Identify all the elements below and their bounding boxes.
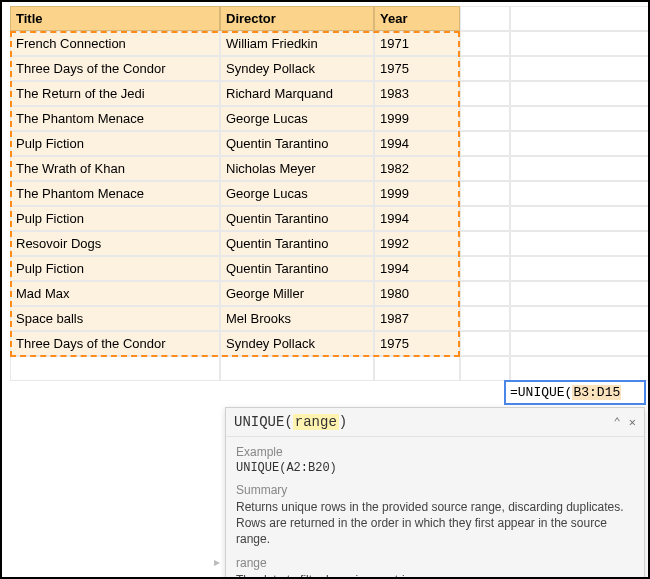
empty-cell[interactable]	[374, 356, 460, 381]
table-cell[interactable]: 1982	[374, 156, 460, 181]
empty-cell[interactable]	[460, 131, 510, 156]
cell-value: Three Days of the Condor	[16, 61, 166, 76]
table-cell[interactable]: The Return of the Jedi	[10, 81, 220, 106]
table-cell[interactable]: George Lucas	[220, 181, 374, 206]
empty-cell[interactable]	[510, 31, 650, 56]
col-header-director[interactable]: Director	[220, 6, 374, 31]
cell-value: George Lucas	[226, 186, 308, 201]
table-cell[interactable]: Quentin Tarantino	[220, 131, 374, 156]
empty-cell[interactable]	[460, 281, 510, 306]
empty-cell[interactable]	[510, 331, 650, 356]
tooltip-param-text: The data to filter by unique entries.	[236, 572, 634, 579]
cell-value: 1994	[380, 136, 409, 151]
cell-value: Three Days of the Condor	[16, 336, 166, 351]
table-cell[interactable]: Quentin Tarantino	[220, 231, 374, 256]
table-cell[interactable]: 1994	[374, 206, 460, 231]
table-cell[interactable]: Quentin Tarantino	[220, 256, 374, 281]
cell-value: 1994	[380, 261, 409, 276]
empty-cell[interactable]	[460, 156, 510, 181]
table-cell[interactable]: 1975	[374, 56, 460, 81]
col-header-label: Title	[16, 11, 43, 26]
table-cell[interactable]: Pulp Fiction	[10, 256, 220, 281]
col-header-title[interactable]: Title	[10, 6, 220, 31]
table-cell[interactable]: George Lucas	[220, 106, 374, 131]
cell-value: Resovoir Dogs	[16, 236, 101, 251]
empty-cell[interactable]	[460, 331, 510, 356]
table-cell[interactable]: The Wrath of Khan	[10, 156, 220, 181]
table-cell[interactable]: 1992	[374, 231, 460, 256]
table-cell[interactable]: The Phantom Menace	[10, 106, 220, 131]
table-cell[interactable]: The Phantom Menace	[10, 181, 220, 206]
empty-cell[interactable]	[220, 356, 374, 381]
cell-value: Pulp Fiction	[16, 136, 84, 151]
empty-cell[interactable]	[460, 231, 510, 256]
empty-cell[interactable]	[510, 231, 650, 256]
empty-cell[interactable]	[510, 6, 650, 31]
table-cell[interactable]: Pulp Fiction	[10, 206, 220, 231]
table-cell[interactable]: Syndey Pollack	[220, 331, 374, 356]
empty-cell[interactable]	[510, 256, 650, 281]
cell-value: 1999	[380, 186, 409, 201]
col-header-year[interactable]: Year	[374, 6, 460, 31]
tooltip-signature: UNIQUE(range)	[234, 414, 347, 430]
empty-cell[interactable]	[460, 356, 510, 381]
empty-cell[interactable]	[460, 56, 510, 81]
table-cell[interactable]: Mel Brooks	[220, 306, 374, 331]
table-cell[interactable]: 1987	[374, 306, 460, 331]
tooltip-summary-text: Returns unique rows in the provided sour…	[236, 499, 634, 548]
table-cell[interactable]: Syndey Pollack	[220, 56, 374, 81]
empty-cell[interactable]	[510, 106, 650, 131]
empty-cell[interactable]	[510, 356, 650, 381]
table-cell[interactable]: 1975	[374, 331, 460, 356]
table-cell[interactable]: 1999	[374, 181, 460, 206]
table-cell[interactable]: George Miller	[220, 281, 374, 306]
empty-cell[interactable]	[460, 181, 510, 206]
table-cell[interactable]: 1994	[374, 256, 460, 281]
empty-cell[interactable]	[460, 256, 510, 281]
empty-cell[interactable]	[510, 56, 650, 81]
cell-value: 1980	[380, 286, 409, 301]
table-cell[interactable]: 1980	[374, 281, 460, 306]
empty-cell[interactable]	[510, 281, 650, 306]
formula-input[interactable]: =UNIQUE(B3:D15	[504, 380, 646, 405]
empty-cell[interactable]	[460, 6, 510, 31]
table-cell[interactable]: French Connection	[10, 31, 220, 56]
empty-cell[interactable]	[510, 156, 650, 181]
table-cell[interactable]: Pulp Fiction	[10, 131, 220, 156]
table-cell[interactable]: Quentin Tarantino	[220, 206, 374, 231]
empty-cell[interactable]	[460, 81, 510, 106]
table-cell[interactable]: Space balls	[10, 306, 220, 331]
empty-cell[interactable]	[460, 306, 510, 331]
cell-value: The Phantom Menace	[16, 111, 144, 126]
empty-cell[interactable]	[460, 206, 510, 231]
empty-cell[interactable]	[10, 356, 220, 381]
table-cell[interactable]: 1983	[374, 81, 460, 106]
table-cell[interactable]: 1971	[374, 31, 460, 56]
caret-right-icon: ▸	[214, 555, 220, 569]
cell-value: Quentin Tarantino	[226, 261, 328, 276]
collapse-icon[interactable]: ⌃	[614, 415, 621, 430]
spreadsheet-grid[interactable]: Title Director Year French Connection Wi…	[10, 6, 650, 381]
tooltip-param-title: range	[236, 556, 634, 570]
empty-cell[interactable]	[510, 306, 650, 331]
empty-cell[interactable]	[510, 206, 650, 231]
cell-value: The Return of the Jedi	[16, 86, 145, 101]
table-cell[interactable]: Three Days of the Condor	[10, 331, 220, 356]
table-cell[interactable]: 1994	[374, 131, 460, 156]
table-cell[interactable]: 1999	[374, 106, 460, 131]
table-cell[interactable]: Richard Marquand	[220, 81, 374, 106]
empty-cell[interactable]	[510, 131, 650, 156]
formula-range-ref: B3:D15	[572, 385, 621, 400]
table-cell[interactable]: Nicholas Meyer	[220, 156, 374, 181]
empty-cell[interactable]	[460, 31, 510, 56]
cell-value: French Connection	[16, 36, 126, 51]
table-cell[interactable]: Three Days of the Condor	[10, 56, 220, 81]
empty-cell[interactable]	[510, 81, 650, 106]
table-cell[interactable]: William Friedkin	[220, 31, 374, 56]
table-cell[interactable]: Mad Max	[10, 281, 220, 306]
empty-cell[interactable]	[510, 181, 650, 206]
close-icon[interactable]: ✕	[629, 415, 636, 430]
cell-value: 1994	[380, 211, 409, 226]
empty-cell[interactable]	[460, 106, 510, 131]
table-cell[interactable]: Resovoir Dogs	[10, 231, 220, 256]
